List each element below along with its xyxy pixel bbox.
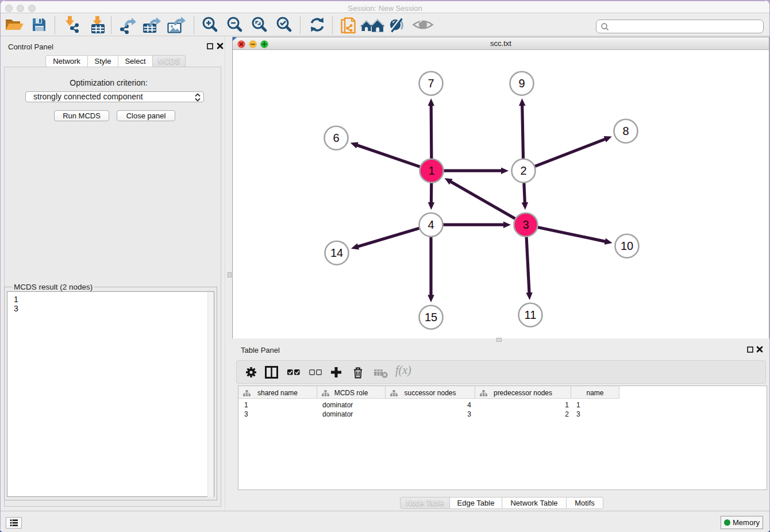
svg-text:1: 1 (428, 164, 434, 177)
svg-text:4: 4 (428, 218, 434, 231)
svg-text:9: 9 (518, 77, 525, 90)
svg-text:14: 14 (330, 246, 343, 259)
svg-text:8: 8 (622, 125, 629, 137)
svg-text:11: 11 (525, 309, 537, 321)
svg-text:10: 10 (621, 240, 633, 252)
svg-text:3: 3 (522, 218, 529, 231)
svg-text:2: 2 (520, 164, 526, 177)
svg-text:15: 15 (425, 311, 437, 323)
svg-text:7: 7 (428, 77, 434, 90)
svg-text:6: 6 (333, 132, 339, 144)
